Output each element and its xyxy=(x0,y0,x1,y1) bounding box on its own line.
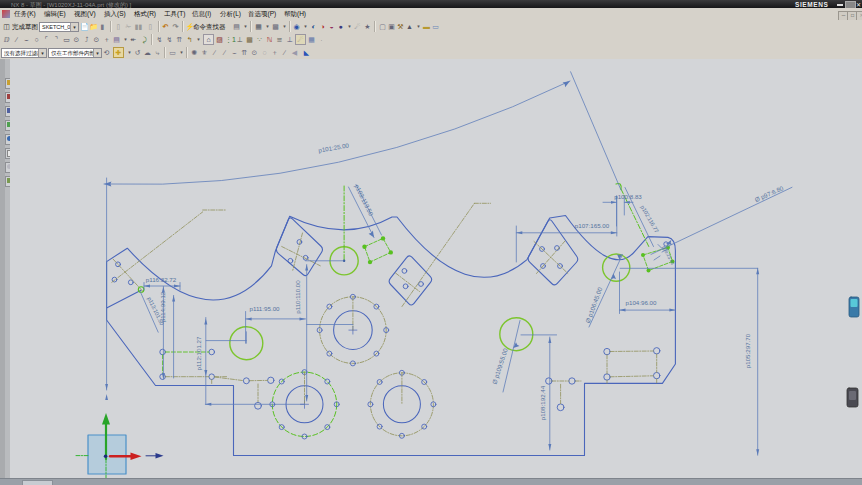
svg-text:p102:116.77: p102:116.77 xyxy=(639,204,660,234)
svg-text:p105:297.70: p105:297.70 xyxy=(744,333,751,368)
svg-text:p100:8.83: p100:8.83 xyxy=(614,193,642,200)
svg-text:p104:96.00: p104:96.00 xyxy=(626,299,658,306)
svg-text:p116:32.72: p116:32.72 xyxy=(146,276,177,283)
svg-text:p101:25.00: p101:25.00 xyxy=(318,141,350,153)
svg-text:p107:165.00: p107:165.00 xyxy=(575,222,610,229)
svg-text:p103:113.50: p103:113.50 xyxy=(354,183,375,217)
svg-text:p108:192.44: p108:192.44 xyxy=(539,385,546,420)
svg-text:p112:101.27: p112:101.27 xyxy=(195,336,202,371)
svg-text:Ø p106:45.00: Ø p106:45.00 xyxy=(584,286,604,324)
svg-text:Ø p97:6.80: Ø p97:6.80 xyxy=(754,184,785,203)
svg-text:p110:110.00: p110:110.00 xyxy=(294,280,301,314)
svg-text:p111:95.00: p111:95.00 xyxy=(249,305,280,312)
svg-text:p98:23.40: p98:23.40 xyxy=(661,245,675,266)
